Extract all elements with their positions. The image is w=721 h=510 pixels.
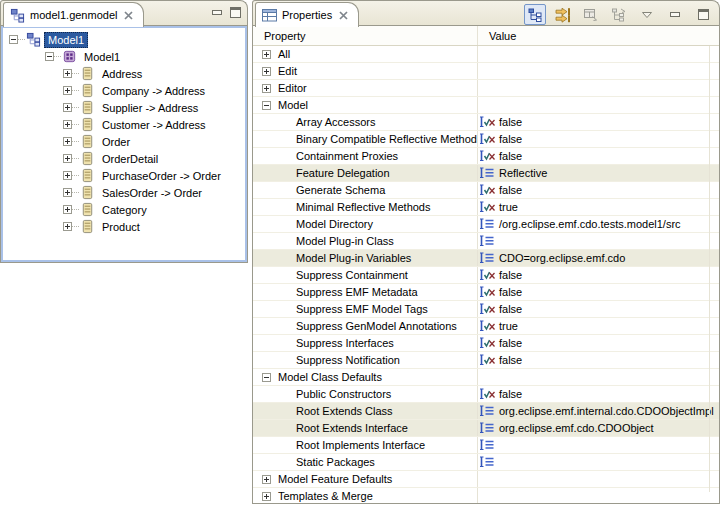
tree-item[interactable]: Product <box>3 218 245 235</box>
tree-item-label: Model1 <box>80 49 124 65</box>
view-menu-icon[interactable] <box>636 4 658 25</box>
list-value-icon <box>480 252 496 264</box>
property-row[interactable]: Model Class Defaults <box>253 369 719 386</box>
property-row[interactable]: Array Accessors false <box>253 114 719 131</box>
column-header-property[interactable]: Property <box>253 26 478 45</box>
expander-icon[interactable] <box>262 492 271 501</box>
tree-item[interactable]: PurchaseOrder -> Order <box>3 167 245 184</box>
property-row[interactable]: Model <box>253 97 719 114</box>
expander-icon[interactable] <box>63 222 72 231</box>
expander-icon[interactable] <box>262 101 271 110</box>
class-icon <box>79 185 95 201</box>
tree-item[interactable]: Customer -> Address <box>3 116 245 133</box>
column-header-value[interactable]: Value <box>478 26 719 45</box>
tree-item[interactable]: OrderDetail <box>3 150 245 167</box>
genmodel-icon <box>25 32 41 48</box>
class-icon <box>79 134 95 150</box>
expander-icon[interactable] <box>262 50 271 59</box>
property-value: false <box>499 116 522 128</box>
property-row[interactable]: Containment Proxies false <box>253 148 719 165</box>
tree-item[interactable]: Model1 <box>3 31 245 48</box>
property-name: Editor <box>278 82 307 94</box>
expander-icon[interactable] <box>262 84 271 93</box>
tree-item[interactable]: Address <box>3 65 245 82</box>
expander-icon[interactable] <box>63 86 72 95</box>
tree-connector <box>72 226 79 228</box>
editor-tab[interactable]: model1.genmodel <box>3 2 144 27</box>
expander-icon[interactable] <box>63 205 72 214</box>
property-row[interactable]: Editor <box>253 80 719 97</box>
property-row[interactable]: Suppress Interfaces false <box>253 335 719 352</box>
maximize-icon[interactable] <box>692 4 714 25</box>
expander-icon[interactable] <box>63 69 72 78</box>
property-row[interactable]: Suppress EMF Metadata false <box>253 284 719 301</box>
property-row[interactable]: Minimal Reflective Methods true <box>253 199 719 216</box>
minimize-icon[interactable] <box>212 10 223 16</box>
expander-icon[interactable] <box>262 475 271 484</box>
expander-icon[interactable] <box>63 120 72 129</box>
property-row[interactable]: Root Extends Interface org.eclipse.emf.c… <box>253 420 719 437</box>
property-value: false <box>499 354 522 366</box>
property-row[interactable]: Static Packages <box>253 454 719 471</box>
property-row[interactable]: Public Constructors false <box>253 386 719 403</box>
property-row[interactable]: Model Plug-in Variables CDO=org.eclipse.… <box>253 250 719 267</box>
property-row[interactable]: All <box>253 46 719 63</box>
property-row[interactable]: Root Implements Interface <box>253 437 719 454</box>
tree-item[interactable]: SalesOrder -> Order <box>3 184 245 201</box>
property-name: Model Class Defaults <box>278 371 382 383</box>
property-row[interactable]: Suppress GenModel Annotations true <box>253 318 719 335</box>
property-row[interactable]: Feature Delegation Reflective <box>253 165 719 182</box>
property-row[interactable]: Suppress EMF Model Tags false <box>253 301 719 318</box>
tree-item[interactable]: Model1 <box>3 48 245 65</box>
properties-content: Property Value All Edit Editor <box>252 25 720 504</box>
close-icon[interactable] <box>339 11 348 20</box>
property-row[interactable]: Generate Schema false <box>253 182 719 199</box>
expander-icon[interactable] <box>262 67 271 76</box>
expander-icon[interactable] <box>63 171 72 180</box>
tree-connector <box>72 90 79 92</box>
property-value: false <box>499 150 522 162</box>
tree-connector <box>72 141 79 143</box>
property-row[interactable]: Suppress Notification false <box>253 352 719 369</box>
property-name: Suppress EMF Metadata <box>296 286 418 298</box>
class-icon <box>79 202 95 218</box>
property-row[interactable]: Root Extends Class org.eclipse.emf.inter… <box>253 403 719 420</box>
property-name: Minimal Reflective Methods <box>296 201 431 213</box>
expander-icon[interactable] <box>63 103 72 112</box>
property-value: false <box>499 184 522 196</box>
show-advanced-properties-icon[interactable] <box>552 4 574 25</box>
properties-tab[interactable]: Properties <box>255 2 359 27</box>
tree-item[interactable]: Supplier -> Address <box>3 99 245 116</box>
property-row[interactable]: Model Plug-in Class <box>253 233 719 250</box>
property-name: Root Extends Interface <box>296 422 408 434</box>
tree-item[interactable]: Company -> Address <box>3 82 245 99</box>
boolean-value-icon <box>480 116 496 128</box>
minimize-icon[interactable] <box>664 4 686 25</box>
property-value: true <box>499 201 518 213</box>
expander-icon[interactable] <box>63 137 72 146</box>
tree-item[interactable]: Category <box>3 201 245 218</box>
property-name: Feature Delegation <box>296 167 390 179</box>
property-row[interactable]: Templates & Merge <box>253 488 719 503</box>
show-categories-icon[interactable] <box>524 4 546 25</box>
tree-item[interactable]: Order <box>3 133 245 150</box>
property-row[interactable]: Model Directory /org.eclipse.emf.cdo.tes… <box>253 216 719 233</box>
property-row[interactable]: Model Feature Defaults <box>253 471 719 488</box>
class-icon <box>79 219 95 235</box>
boolean-value-icon <box>480 337 496 349</box>
expander-icon[interactable] <box>63 188 72 197</box>
tree-connector <box>72 107 79 109</box>
property-name: All <box>278 48 290 60</box>
maximize-icon[interactable] <box>230 7 241 18</box>
property-name: Suppress EMF Model Tags <box>296 303 428 315</box>
expander-icon[interactable] <box>63 154 72 163</box>
property-row[interactable]: Binary Compatible Reflective Methods fal… <box>253 131 719 148</box>
list-value-icon <box>480 218 496 230</box>
property-value: Reflective <box>499 167 547 179</box>
expander-icon[interactable] <box>9 35 18 44</box>
expander-icon[interactable] <box>262 373 271 382</box>
property-row[interactable]: Suppress Containment false <box>253 267 719 284</box>
property-row[interactable]: Edit <box>253 63 719 80</box>
close-icon[interactable] <box>124 11 133 20</box>
expander-icon[interactable] <box>45 52 54 61</box>
